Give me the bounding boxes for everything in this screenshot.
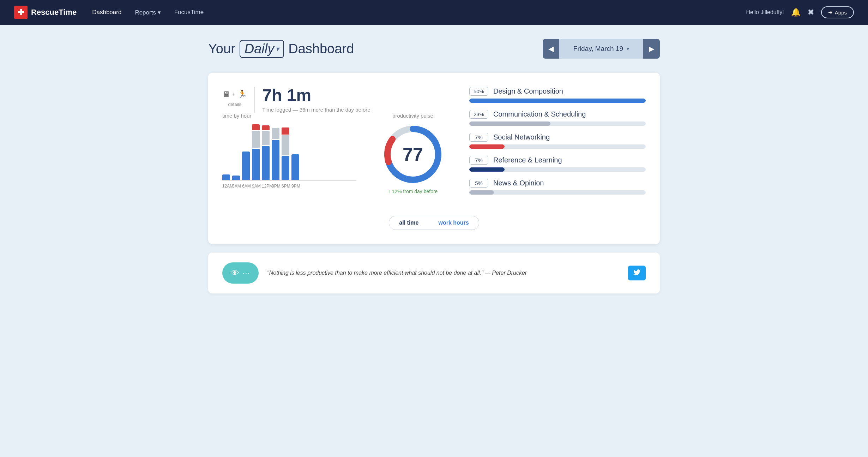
time-info: 7h 1m Time logged — 36m more than the da… (254, 87, 370, 113)
nav-reports[interactable]: Reports ▾ (130, 6, 165, 19)
category-name-3: Reference & Learning (493, 156, 562, 164)
category-bar-fill-2 (469, 144, 505, 149)
daily-dropdown-icon: ▾ (276, 44, 279, 53)
time-subtitle: Time logged — 36m more than the day befo… (262, 107, 370, 113)
next-date-button[interactable]: ▶ (643, 39, 660, 59)
your-label: Your (208, 41, 235, 57)
quote-text: "Nothing is less productive than to make… (267, 270, 620, 276)
bar-group-6PM (282, 127, 289, 180)
bar-label-9PM: 9PM (291, 184, 299, 189)
category-name-4: News & Opinion (493, 179, 544, 187)
category-bar-track-3 (469, 167, 646, 172)
bar-chart-container: time by hour 12AM3AM6AM9AM12PM3PM6PM9PM (222, 113, 356, 189)
big-time: 7h 1m (262, 87, 370, 104)
bar-group-6AM (242, 152, 250, 180)
category-name-0: Design & Composition (493, 87, 563, 95)
logo[interactable]: ✚ RescueTime (14, 6, 77, 19)
apps-button[interactable]: ➜ Apps (821, 6, 854, 18)
category-bar-track-4 (469, 190, 646, 195)
category-row-1: 23%Communication & Scheduling (469, 110, 646, 126)
category-pct-4: 5% (469, 179, 488, 188)
pulse-container: productivity pulse (378, 113, 448, 194)
bar-group-9AM (252, 124, 260, 180)
bar-label-12AM: 12AM (222, 184, 230, 189)
category-bar-fill-1 (469, 121, 550, 126)
category-name-1: Communication & Scheduling (493, 110, 586, 118)
laptop-icon: 🖥 (222, 90, 230, 99)
pulse-number: 77 (403, 144, 423, 165)
nav-dashboard[interactable]: Dashboard (87, 6, 126, 19)
bar-group-12PM (262, 125, 270, 180)
page-title: Your Daily ▾ Dashboard (208, 40, 354, 58)
nav-links: Dashboard Reports ▾ FocusTime (87, 6, 735, 19)
category-pct-2: 7% (469, 133, 488, 142)
date-text: Friday, March 19 (573, 45, 623, 53)
apps-arrow-icon: ➜ (828, 9, 833, 16)
work-hours-button[interactable]: work hours (428, 216, 478, 230)
pulse-circle: 77 (383, 124, 443, 184)
category-pct-1: 23% (469, 110, 488, 119)
device-icon-row: 🖥 + 🏃 (222, 90, 247, 99)
category-row-4: 5%News & Opinion (469, 179, 646, 195)
header-row: Your Daily ▾ Dashboard ◀ Friday, March 1… (208, 39, 660, 59)
date-display: Friday, March 19 ▾ (559, 45, 643, 53)
time-logged-section: 🖥 + 🏃 details 7h 1m Time logged — 36m mo… (222, 87, 448, 113)
main-content: Your Daily ▾ Dashboard ◀ Friday, March 1… (187, 25, 681, 308)
bar-label-3AM: 3AM (232, 184, 240, 189)
wrench-icon[interactable]: ✖ (808, 8, 814, 17)
bar-label-12PM: 12PM (262, 184, 270, 189)
charts-section: time by hour 12AM3AM6AM9AM12PM3PM6PM9PM … (222, 113, 448, 194)
eye-icon: 👁 (231, 268, 239, 278)
dashboard-card: 🖥 + 🏃 details 7h 1m Time logged — 36m mo… (208, 73, 660, 244)
bar-group-9PM (291, 154, 299, 180)
bar-label-9AM: 9AM (252, 184, 260, 189)
category-row-2: 7%Social Networking (469, 133, 646, 149)
pulse-label: productivity pulse (392, 113, 433, 119)
category-pct-0: 50% (469, 87, 488, 96)
daily-label: Daily (245, 41, 274, 57)
bar-chart (222, 124, 356, 181)
quote-section: 👁 ··· "Nothing is less productive than t… (208, 253, 660, 293)
apps-label: Apps (835, 10, 847, 16)
navbar: ✚ RescueTime Dashboard Reports ▾ FocusTi… (0, 0, 868, 25)
device-icons: 🖥 + 🏃 details (222, 90, 247, 107)
top-section: 🖥 + 🏃 details 7h 1m Time logged — 36m mo… (222, 87, 646, 202)
categories-section: 50%Design & Composition23%Communication … (469, 87, 646, 202)
category-row-0: 50%Design & Composition (469, 87, 646, 103)
category-pct-3: 7% (469, 156, 488, 165)
bar-group-3AM (232, 176, 240, 180)
bar-x-labels: 12AM3AM6AM9AM12PM3PM6PM9PM (222, 184, 356, 189)
all-time-button[interactable]: all time (389, 216, 428, 230)
runner-icon: 🏃 (237, 90, 247, 99)
pulse-change: ↑ 12% from day before (388, 189, 438, 194)
category-bar-fill-4 (469, 190, 494, 195)
bar-chart-label: time by hour (222, 113, 356, 119)
bar-label-3PM: 3PM (272, 184, 279, 189)
details-link[interactable]: details (228, 102, 241, 107)
daily-badge[interactable]: Daily ▾ (240, 40, 284, 58)
date-nav: ◀ Friday, March 19 ▾ ▶ (543, 39, 660, 59)
plus-icon: + (232, 91, 235, 97)
eye-dots: ··· (243, 269, 250, 277)
nav-greeting: Hello Jilleduffy! (746, 9, 784, 16)
category-bar-fill-3 (469, 167, 505, 172)
category-name-2: Social Networking (493, 133, 550, 141)
category-row-3: 7%Reference & Learning (469, 156, 646, 172)
prev-date-button[interactable]: ◀ (543, 39, 559, 59)
bell-icon[interactable]: 🔔 (791, 8, 801, 17)
focus-eye-button[interactable]: 👁 ··· (222, 262, 259, 284)
nav-focustime[interactable]: FocusTime (169, 6, 209, 19)
category-bar-track-1 (469, 121, 646, 126)
left-section: 🖥 + 🏃 details 7h 1m Time logged — 36m mo… (222, 87, 448, 202)
date-dropdown-icon: ▾ (627, 46, 629, 52)
category-bar-track-2 (469, 144, 646, 149)
toggle-section: all time work hours (222, 216, 646, 230)
bar-label-6PM: 6PM (282, 184, 289, 189)
bar-group-12AM (222, 174, 230, 180)
bar-group-3PM (272, 128, 279, 180)
dashboard-label: Dashboard (288, 41, 354, 57)
toggle-group: all time work hours (389, 216, 479, 230)
nav-right: Hello Jilleduffy! 🔔 ✖ ➜ Apps (746, 6, 854, 18)
logo-icon: ✚ (14, 6, 28, 19)
twitter-button[interactable] (628, 266, 646, 280)
